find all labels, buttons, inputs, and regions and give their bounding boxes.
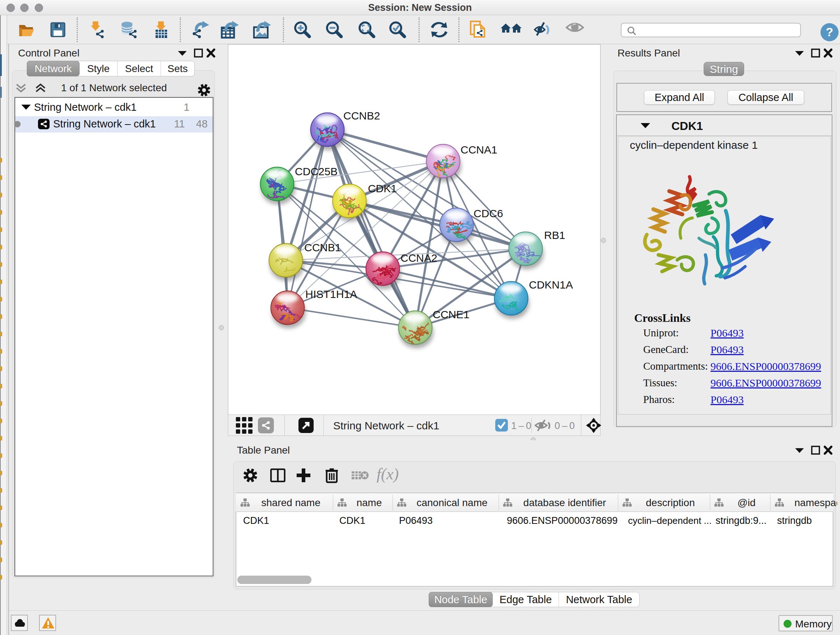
svg-text:CCNA1: CCNA1	[461, 144, 497, 156]
svg-text:CDC25B: CDC25B	[295, 165, 338, 177]
svg-text:CCNA2: CCNA2	[401, 252, 437, 264]
svg-text:CDKN1A: CDKN1A	[529, 279, 573, 291]
svg-text:?: ?	[826, 25, 834, 39]
svg-text:CCNB2: CCNB2	[343, 110, 380, 122]
svg-text:HIST1H1A: HIST1H1A	[305, 288, 357, 300]
svg-text:RB1: RB1	[544, 229, 565, 241]
svg-text:CCNB1: CCNB1	[304, 241, 341, 253]
svg-text:CCNE1: CCNE1	[433, 309, 470, 320]
svg-text:CDC6: CDC6	[474, 207, 503, 219]
svg-text:CDK1: CDK1	[368, 182, 397, 195]
